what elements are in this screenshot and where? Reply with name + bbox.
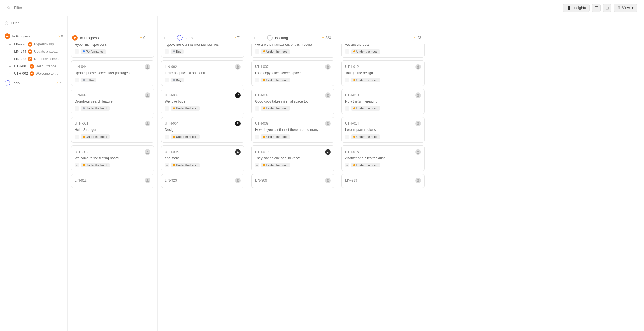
tag: Under the hood	[81, 163, 110, 167]
col-add-button[interactable]: +	[252, 35, 257, 41]
kanban-card[interactable]: UTH-007 Long copy takes screen space -- …	[251, 60, 334, 86]
tag: Editor	[81, 78, 96, 82]
col-more-btn[interactable]: ···	[147, 35, 153, 41]
view-button[interactable]: ⊞ View ▾	[614, 4, 637, 12]
warning-icon: ⚠	[57, 34, 60, 38]
card-title: You get the design	[345, 71, 421, 76]
card-id: UTH-004	[165, 122, 179, 125]
sidebar-item-lin988[interactable]: ··· LIN-988 ⇄ Dropdown sear...	[0, 55, 67, 63]
tag-dot	[353, 79, 355, 81]
tag-dot	[263, 79, 265, 81]
kanban-card[interactable]: LIN-988 Dropdown search feature -- Under…	[71, 89, 154, 114]
column-body-col2: LIN-902 TypeWriter Cannot filter blurred…	[158, 28, 248, 191]
sidebar-star-icon[interactable]: ☆	[5, 20, 8, 26]
card-title: Linux adaptive UI on mobile	[165, 71, 241, 76]
tag-label: Under the hood	[266, 164, 288, 167]
col-title: Backlog	[275, 36, 319, 40]
card-header: UTH-009	[255, 121, 331, 126]
tag-label: Under the hood	[266, 50, 288, 53]
tag: Under the hood	[351, 78, 380, 82]
kanban-card[interactable]: UTH-014 Lorem ipsum dolor sit -- Under t…	[341, 117, 425, 143]
svg-point-8	[147, 151, 148, 152]
col-warning-icon: ⚠	[139, 36, 143, 40]
kanban-card[interactable]: UTH-012 You get the design -- Under the …	[341, 60, 425, 86]
card-tags: -- Under the hood	[165, 163, 241, 167]
inprogress-badge: ⚠ 0	[57, 34, 63, 38]
card-title: and more	[165, 156, 241, 161]
kanban-card[interactable]: UTH-002 Welcome to the testing board -- …	[71, 145, 154, 171]
kanban-card[interactable]: UTH-009 How do you continue if there are…	[251, 117, 334, 143]
kanban-card[interactable]: UTH-003 P We love bugs -- Under the hood	[161, 89, 244, 114]
sidebar-group-header-todo[interactable]: Todo ⚠ 71	[0, 78, 67, 87]
filter-label[interactable]: Filter	[14, 6, 22, 10]
card-header: UTH-002	[75, 149, 150, 155]
tag-label: Under the hood	[356, 107, 378, 110]
orange-icon-lin988: ⇄	[28, 57, 32, 61]
dots-icon: ···	[9, 43, 12, 46]
tag-dot	[173, 164, 175, 166]
kanban-card[interactable]: UTH-004 P Design -- Under the hood	[161, 117, 244, 143]
star-icon[interactable]: ☆	[7, 5, 11, 10]
kanban-card[interactable]: UTH-013 Now that's interesting -- Under …	[341, 89, 425, 114]
tag-dot	[263, 164, 265, 166]
svg-point-7	[146, 124, 149, 125]
tag: Under the hood	[171, 134, 200, 139]
kanban-card[interactable]: UTH-015 Another one bites the dust -- Un…	[341, 145, 425, 171]
kanban-card[interactable]: UTH-001 Hello Stranger -- Under the hood	[71, 117, 154, 143]
svg-point-5	[146, 96, 149, 97]
toolbar-left: ☆ Filter	[7, 5, 22, 10]
col-more-button[interactable]: ···	[259, 35, 265, 41]
sidebar-filter-label[interactable]: Filter	[11, 21, 19, 25]
card-title: Now that's interesting	[345, 99, 421, 104]
tag: Bug	[171, 49, 184, 54]
column-header-col3: + ··· Backlog ⚠ 223	[248, 32, 338, 44]
kanban-card[interactable]: LIN-923	[161, 174, 244, 188]
sidebar-item-lin944[interactable]: ··· LIN-944 ⇄ Update phase...	[0, 48, 67, 55]
tag-handle: --	[255, 163, 259, 167]
card-id: UTH-013	[345, 93, 359, 97]
kanban-card[interactable]: UTH-008 Good copy takes minimal space to…	[251, 89, 334, 114]
sidebar-item-lin926[interactable]: ··· LIN-926 ⇄ Hyperlink Inp...	[0, 41, 67, 48]
todo-badge: ⚠ 71	[56, 81, 63, 85]
kanban-card[interactable]: LIN-919	[341, 174, 425, 188]
svg-point-27	[327, 181, 329, 182]
kanban-card[interactable]: LIN-992 Linux adaptive UI on mobile -- B…	[161, 60, 244, 86]
card-avatar	[145, 178, 150, 183]
card-id: UTH-014	[345, 122, 359, 125]
sidebar-item-uth002[interactable]: ··· UTH-002 ⇄ Welcome to t...	[0, 70, 67, 77]
col-more-button[interactable]: ···	[349, 35, 355, 41]
card-tags: -- Under the hood	[345, 134, 421, 139]
tag: Under the hood	[261, 78, 290, 82]
kanban-card[interactable]: LIN-912	[71, 174, 154, 188]
card-header: LIN-919	[345, 178, 421, 183]
inprogress-icon: ⇄	[5, 33, 10, 39]
tag-label: Under the hood	[266, 107, 288, 110]
grid-view-button[interactable]: ⊞	[603, 4, 611, 12]
svg-point-21	[327, 67, 329, 69]
col-add-button[interactable]: +	[162, 35, 167, 41]
card-id: LIN-992	[165, 65, 177, 69]
col-add-button[interactable]: +	[343, 35, 347, 41]
chevron-down-icon: ▾	[632, 6, 634, 10]
card-tags: -- Under the hood	[165, 134, 241, 139]
svg-point-3	[146, 67, 149, 69]
card-id: UTH-001	[75, 122, 88, 125]
card-header: LIN-912	[75, 178, 150, 183]
kanban-card[interactable]: LIN-909	[251, 174, 334, 188]
kanban-card[interactable]: UTH-005 ♟ and more -- Under the hood	[161, 145, 244, 171]
sidebar-group-header-inprogress[interactable]: ⇄ In Progress ⚠ 0	[0, 32, 67, 41]
insights-button[interactable]: ▐▌ Insights	[563, 4, 590, 12]
card-id: LIN-988	[75, 93, 87, 97]
tag-handle: --	[345, 163, 349, 167]
tag-handle: --	[345, 49, 349, 54]
sidebar-item-uth001[interactable]: ··· UTH-001 ⇄ Hello Strange...	[0, 63, 67, 70]
card-title: Hello Stranger	[75, 127, 150, 132]
kanban-card[interactable]: UTH-010 ● They say no one should know --…	[251, 145, 334, 171]
column-header-col2: + ··· Todo ⚠ 71	[158, 32, 248, 44]
card-title: Lorem ipsum dolor sit	[345, 127, 421, 132]
col-more-button[interactable]: ···	[169, 35, 175, 41]
kanban-card[interactable]: LIN-944 Update phase placeholder package…	[71, 60, 154, 86]
card-tags: -- Under the hood	[345, 106, 421, 111]
list-view-button[interactable]: ☰	[592, 4, 601, 12]
kanban-column-col2: + ··· Todo ⚠ 71 LIN-902 TypeWriter Canno…	[158, 16, 248, 331]
